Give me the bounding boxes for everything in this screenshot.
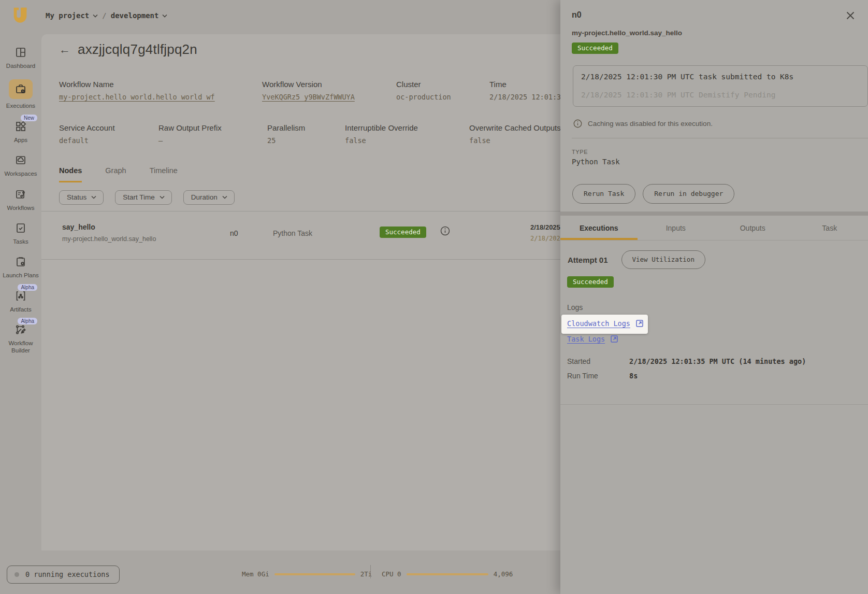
sidebar-item-workspaces[interactable]: Workspaces bbox=[0, 153, 41, 177]
tab-timeline[interactable]: Timeline bbox=[150, 166, 178, 182]
tab-graph[interactable]: Graph bbox=[105, 166, 126, 182]
sidebar-item-label: Artifacts bbox=[10, 306, 32, 313]
project-selector[interactable]: My project bbox=[46, 11, 98, 20]
node-task-id: my-project.hello_world.say_hello bbox=[62, 235, 156, 243]
external-link-icon bbox=[635, 319, 644, 328]
environment-selector[interactable]: development bbox=[111, 11, 168, 20]
execution-id-title: axzjjcqlq7g4tlfjpq2n bbox=[78, 41, 197, 58]
cluster-label: Cluster bbox=[396, 80, 451, 89]
back-arrow-icon[interactable]: ← bbox=[59, 44, 70, 55]
external-link-icon bbox=[610, 335, 618, 343]
workflow-name-value[interactable]: my-project.hello_world.hello_world_wf bbox=[59, 93, 215, 101]
sidebar-item-tasks[interactable]: Tasks bbox=[0, 221, 41, 245]
sidebar-item-label: Executions bbox=[6, 102, 35, 109]
workflows-icon bbox=[14, 188, 27, 201]
chevron-down-icon bbox=[160, 195, 165, 199]
close-icon[interactable] bbox=[845, 10, 856, 21]
breadcrumb: My project / development bbox=[46, 11, 167, 20]
union-logo-icon[interactable] bbox=[10, 6, 30, 27]
sidebar-item-executions[interactable]: Executions bbox=[0, 79, 41, 109]
chevron-down-icon bbox=[222, 195, 227, 199]
sidebar-item-label: Workflows bbox=[7, 204, 35, 211]
workflow-builder-icon bbox=[14, 323, 27, 336]
sidebar-item-workflow-builder[interactable]: Alpha Workflow Builder bbox=[0, 323, 41, 355]
sidebar-item-dashboard[interactable]: Dashboard bbox=[0, 46, 41, 69]
status-filter-label: Status bbox=[67, 193, 86, 201]
tab-nodes[interactable]: Nodes bbox=[59, 166, 82, 182]
service-account-value: default bbox=[59, 136, 115, 145]
view-utilization-button[interactable]: View Utilization bbox=[621, 250, 705, 269]
started-value: 2/18/2025 12:01:35 PM UTC (14 minutes ag… bbox=[629, 357, 806, 365]
sidebar-nav: Dashboard Executions New Apps Workspaces bbox=[0, 34, 41, 594]
running-executions-count: 0 running executions bbox=[25, 570, 110, 578]
raw-output-prefix-value: – bbox=[158, 136, 222, 145]
info-icon[interactable] bbox=[440, 226, 450, 236]
service-account-label: Service Account bbox=[59, 123, 115, 132]
type-label: TYPE bbox=[572, 149, 588, 155]
task-logs-link[interactable]: Task Logs bbox=[567, 335, 618, 343]
rerun-task-button[interactable]: Rerun Task bbox=[572, 184, 635, 204]
panel-splitter-handle[interactable] bbox=[560, 211, 868, 216]
launch-plans-icon bbox=[14, 255, 27, 268]
sidebar-item-workflows[interactable]: Workflows bbox=[0, 188, 41, 211]
panel-tab-executions[interactable]: Executions bbox=[560, 216, 638, 241]
sidebar-item-label: Dashboard bbox=[6, 62, 35, 69]
apps-icon bbox=[14, 120, 27, 133]
panel-node-title: n0 bbox=[572, 10, 582, 20]
sidebar-item-label: Workspaces bbox=[4, 170, 37, 177]
tasks-icon bbox=[14, 221, 27, 235]
start-time-filter[interactable]: Start Time bbox=[115, 190, 172, 205]
status-filter[interactable]: Status bbox=[59, 190, 104, 205]
divider bbox=[572, 138, 868, 138]
started-label: Started bbox=[567, 357, 629, 365]
running-dot-icon bbox=[15, 572, 19, 577]
breadcrumb-separator: / bbox=[102, 11, 106, 20]
filter-bar: Status Start Time Duration bbox=[59, 190, 235, 205]
node-detail-panel: n0 my-project.hello_world.say_hello Succ… bbox=[560, 0, 868, 594]
memory-meter: Mem 0Gi 2Ti bbox=[242, 570, 372, 578]
dashboard-icon bbox=[14, 46, 27, 59]
overwrite-cached-outputs-value: false bbox=[469, 136, 561, 145]
parallelism-label: Parallelism bbox=[267, 123, 305, 132]
interruptible-override-label: Interruptible Override bbox=[345, 123, 418, 132]
status-badge: Succeeded bbox=[567, 276, 614, 288]
chevron-down-icon bbox=[91, 195, 96, 199]
chevron-down-icon bbox=[162, 14, 167, 18]
main-tab-bar: Nodes Graph Timeline bbox=[59, 166, 178, 182]
type-value: Python Task bbox=[572, 158, 620, 166]
sidebar-item-apps[interactable]: New Apps bbox=[0, 120, 41, 144]
task-logs-label: Task Logs bbox=[567, 335, 605, 343]
event-log-box: 2/18/2025 12:01:30 PM UTC task submitted… bbox=[573, 65, 868, 107]
executions-icon bbox=[9, 79, 33, 99]
run-time-value: 8s bbox=[629, 372, 638, 380]
cpu-meter-bar bbox=[407, 573, 488, 575]
running-executions-pill[interactable]: 0 running executions bbox=[7, 565, 120, 584]
cluster-value: oc-production bbox=[396, 93, 451, 101]
artifacts-icon bbox=[14, 289, 27, 303]
rerun-in-debugger-button[interactable]: Rerun in debugger bbox=[643, 184, 734, 204]
alpha-badge: Alpha bbox=[18, 318, 37, 324]
duration-filter[interactable]: Duration bbox=[183, 190, 235, 205]
duration-filter-label: Duration bbox=[191, 193, 218, 201]
cpu-meter-max: 4,096 bbox=[494, 570, 513, 578]
caching-note-text: Caching was disabled for this execution. bbox=[588, 120, 713, 128]
panel-tab-task[interactable]: Task bbox=[791, 216, 868, 241]
panel-tab-bar: Executions Inputs Outputs Task bbox=[560, 216, 868, 241]
cloudwatch-logs-link[interactable]: Cloudwatch Logs bbox=[567, 319, 644, 328]
status-badge: Succeeded bbox=[572, 43, 618, 54]
run-time-label: Run Time bbox=[567, 372, 629, 380]
overwrite-cached-outputs-label: Overwrite Cached Outputs bbox=[469, 123, 561, 132]
cpu-meter-label: CPU 0 bbox=[382, 570, 401, 578]
workflow-version-value[interactable]: YveKQGRz5_y9BWvZfWWUYA bbox=[262, 93, 355, 101]
workspaces-icon bbox=[14, 153, 27, 167]
sidebar-item-launch-plans[interactable]: Launch Plans bbox=[0, 255, 41, 279]
interruptible-override-value: false bbox=[345, 136, 418, 145]
event-log-line: 2/18/2025 12:01:30 PM UTC task submitted… bbox=[581, 73, 793, 81]
sidebar-item-artifacts[interactable]: Alpha Artifacts bbox=[0, 289, 41, 313]
panel-tab-outputs[interactable]: Outputs bbox=[714, 216, 791, 241]
node-start-time: 2/18/2025 bbox=[530, 223, 560, 231]
workflow-name-label: Workflow Name bbox=[59, 80, 215, 89]
cpu-meter: CPU 0 4,096 bbox=[382, 570, 513, 578]
meter-divider bbox=[370, 565, 371, 578]
panel-tab-inputs[interactable]: Inputs bbox=[638, 216, 715, 241]
